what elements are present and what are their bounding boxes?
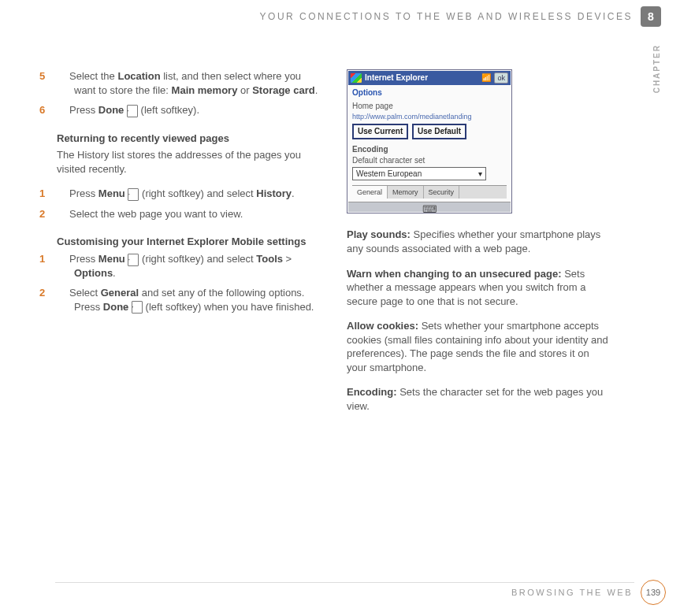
secA-step-1: 1Press Menu · · · (right softkey) and se… (57, 187, 325, 201)
step-number: 1 (57, 252, 69, 266)
ie-mobile-screenshot: Internet Explorer 📶 ok Options Home page… (347, 69, 512, 213)
softkey-icon: · · · (132, 301, 143, 314)
softkey-icon: · · · (127, 105, 138, 117)
tab-general: General (352, 186, 388, 199)
charset-label: Default character set (352, 155, 507, 166)
screenshot-titlebar: Internet Explorer 📶 ok (348, 71, 511, 85)
chapter-number-badge: 8 (641, 6, 661, 27)
start-flag-icon (351, 73, 362, 83)
chapter-label: CHAPTER (652, 44, 661, 93)
page-number: 139 (641, 580, 666, 605)
screenshot-title: Internet Explorer (365, 72, 428, 83)
encoding-paragraph: Encoding: Sets the character set for the… (347, 385, 611, 413)
step-number: 5 (57, 69, 69, 83)
text: (left softkey). (141, 104, 199, 116)
softkey-icon: · · · (128, 254, 139, 266)
bold: History (256, 187, 292, 199)
charset-value: Western European (356, 169, 422, 180)
bold: Storage card (252, 84, 314, 96)
homepage-label: Home page (352, 101, 507, 112)
ok-button: ok (494, 72, 508, 83)
paragraph: The History list stores the addresses of… (57, 148, 325, 176)
bold: General (101, 287, 139, 299)
bold: Tools (256, 253, 283, 265)
bold: Options (74, 267, 113, 279)
bold: Main memory (172, 84, 238, 96)
text: Press (69, 253, 98, 265)
text: or (237, 84, 252, 96)
left-column: 5Select the Location list, and then sele… (57, 69, 325, 320)
bold: Play sounds: (347, 228, 411, 240)
use-current-button: Use Current (352, 124, 408, 139)
step-6: 6Press Done · · · (left softkey). (57, 103, 325, 117)
text: . (113, 267, 116, 279)
bold: Encoding: (347, 386, 397, 398)
tab-memory: Memory (388, 186, 424, 199)
secB-step-2: 2Select General and set any of the follo… (57, 286, 325, 314)
step-number: 2 (57, 207, 69, 221)
text: . (315, 84, 318, 96)
screenshot-body: Options Home page http://www.palm.com/me… (348, 85, 511, 202)
chevron-down-icon: ▾ (478, 169, 482, 180)
bold: Location (117, 70, 160, 82)
footer-rule (55, 582, 634, 583)
secB-step-1: 1Press Menu · · · (right softkey) and se… (57, 252, 325, 280)
heading-customising: Customising your Internet Explorer Mobil… (57, 235, 325, 249)
tab-security: Security (424, 186, 460, 199)
softkey-icon: · · · (128, 188, 139, 201)
step-number: 6 (57, 103, 69, 117)
use-default-button: Use Default (412, 124, 466, 139)
screenshot-tabs: General Memory Security (352, 185, 507, 199)
bold: Warn when changing to an unsecured page: (347, 268, 562, 280)
step-number: 2 (57, 286, 69, 300)
secA-step-2: 2Select the web page you want to view. (57, 207, 325, 221)
text: (right softkey) and select (142, 187, 256, 199)
text: . (292, 187, 295, 199)
running-header: YOUR CONNECTIONS TO THE WEB AND WIRELESS… (260, 11, 633, 22)
signal-icon: 📶 (481, 72, 491, 83)
options-heading: Options (352, 87, 507, 98)
text: > (283, 253, 292, 265)
allow-cookies-paragraph: Allow cookies: Sets whether your smartph… (347, 319, 611, 374)
right-column: Internet Explorer 📶 ok Options Home page… (347, 69, 611, 424)
text: Press (69, 104, 98, 116)
footer-section: BROWSING THE WEB (511, 588, 633, 597)
bold: Allow cookies: (347, 320, 418, 332)
text: Select the (69, 70, 117, 82)
text: Select the web page you want to view. (69, 208, 243, 220)
warn-unsecured-paragraph: Warn when changing to an unsecured page:… (347, 267, 611, 309)
play-sounds-paragraph: Play sounds: Specifies whether your smar… (347, 228, 611, 255)
charset-select: Western European ▾ (352, 167, 486, 181)
screenshot-keyboard-bar: ⌨ (348, 202, 511, 212)
homepage-url: http://www.palm.com/medianetlanding (352, 112, 507, 121)
text: Press (69, 187, 98, 199)
text: (right softkey) and select (142, 253, 256, 265)
text: Select (69, 287, 101, 299)
encoding-heading: Encoding (352, 144, 507, 155)
step-5: 5Select the Location list, and then sele… (57, 69, 325, 97)
heading-returning: Returning to recently viewed pages (57, 132, 325, 146)
step-number: 1 (57, 187, 69, 201)
text: (left softkey) when you have finished. (146, 301, 314, 313)
